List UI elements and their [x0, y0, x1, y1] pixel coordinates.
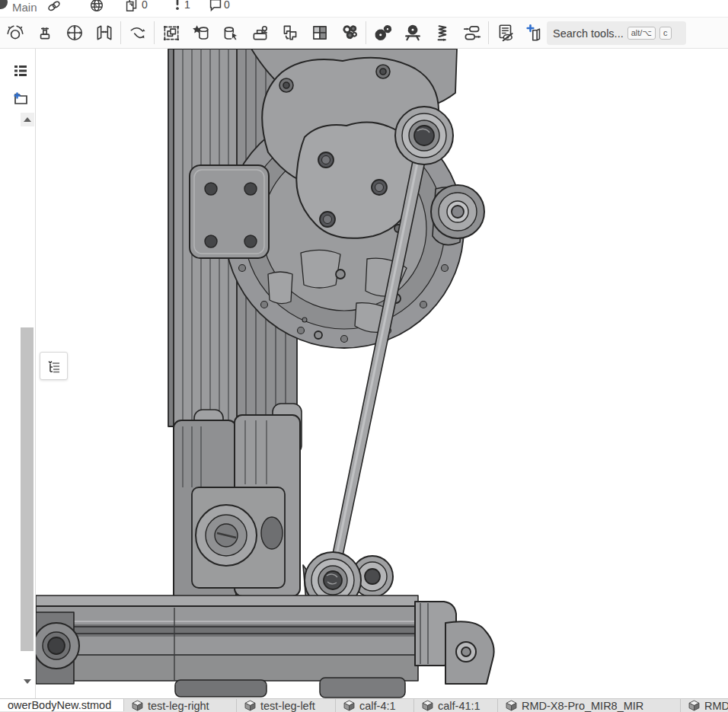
tab-label: test-leg-left	[260, 700, 315, 712]
screw-relation-icon[interactable]	[427, 19, 457, 46]
instances-list-icon	[12, 62, 29, 79]
toolbar-divider	[488, 21, 489, 44]
width-mate-icon[interactable]	[89, 19, 119, 46]
tab-label: RMD-X8-Pro_MIR8_MIR	[704, 700, 728, 712]
part-studio-cube-icon	[688, 700, 700, 711]
document-tab-bar: owerBodyNew.stmod test-leg-right test-le…	[0, 698, 728, 712]
tab-label: calf-41:1	[438, 700, 481, 712]
fix-part-icon[interactable]	[186, 19, 216, 46]
tab-test-leg-right[interactable]: test-leg-right	[124, 699, 237, 712]
group-select-icon[interactable]	[156, 19, 186, 46]
tab-calf-4[interactable]: calf-4:1	[336, 699, 414, 712]
standard-content-icon[interactable]	[245, 19, 275, 46]
part-studio-cube-icon	[506, 700, 517, 711]
slider-mate-icon[interactable]	[30, 19, 59, 46]
add-folder-button[interactable]	[12, 90, 29, 107]
toolbar-divider	[366, 21, 366, 44]
hidden-instances-icon[interactable]	[490, 19, 520, 46]
link-icon[interactable]	[46, 0, 62, 14]
planar-mate-icon[interactable]	[59, 19, 89, 46]
panel-scrollbar[interactable]	[21, 113, 34, 693]
pin-icon[interactable]	[169, 0, 186, 14]
search-tools-placeholder: Search tools...	[553, 27, 624, 40]
onshape-assembly-window: Main 0 1 0	[0, 0, 728, 712]
select-part-icon[interactable]	[216, 19, 245, 46]
gear-cluster-icon[interactable]	[334, 19, 364, 46]
workspace-version-label[interactable]: Main	[12, 1, 37, 14]
scroll-down-button[interactable]	[21, 676, 34, 687]
comments-count: 0	[224, 0, 230, 11]
part-studio-cube-icon	[343, 700, 355, 711]
scroll-thumb[interactable]	[21, 327, 34, 651]
part-studio-cube-icon	[244, 700, 256, 711]
tab-calf-41[interactable]: calf-41:1	[414, 699, 498, 712]
workspace-dot-icon	[0, 0, 8, 9]
feature-list-flyout-icon	[46, 358, 62, 375]
scroll-down-icon	[24, 679, 31, 684]
versions-count: 0	[142, 0, 148, 11]
shortcut-alt-badge: alt/⌥	[627, 27, 656, 40]
rack-pinion-relation-icon[interactable]	[398, 19, 427, 46]
free-drag-icon[interactable]	[123, 19, 152, 46]
model-viewport[interactable]	[36, 49, 728, 698]
linear-relation-icon[interactable]	[457, 19, 487, 46]
tab-label: owerBodyNew.stmod	[8, 699, 111, 711]
gear-relation-icon[interactable]	[368, 19, 398, 46]
pattern-grid-icon[interactable]	[305, 19, 334, 46]
add-part-icon[interactable]	[520, 19, 550, 46]
assembly-toolbar: Search tools... alt/⌥ c	[0, 17, 728, 49]
tab-rmd-x8-pro-2[interactable]: RMD-X8-Pro_MIR8_MIR	[681, 699, 728, 712]
tab-rmd-x8-pro[interactable]: RMD-X8-Pro_MIR8_MIR	[498, 699, 681, 712]
tab-test-leg-left[interactable]: test-leg-left	[237, 699, 336, 712]
tab-label: calf-4:1	[359, 700, 396, 712]
part-studio-cube-icon	[422, 700, 433, 711]
tab-lowerbody[interactable]: owerBodyNew.stmod	[0, 698, 124, 711]
globe-icon[interactable]	[88, 0, 105, 14]
search-tools-box[interactable]: Search tools... alt/⌥ c	[547, 21, 686, 45]
left-panel	[0, 49, 36, 698]
pins-count: 1	[184, 0, 190, 11]
ball-mate-icon[interactable]	[0, 19, 30, 46]
comment-icon[interactable]	[207, 0, 224, 14]
robot-leg-model	[36, 49, 728, 698]
feature-list-flyout-button[interactable]	[40, 352, 68, 380]
add-folder-icon	[12, 90, 29, 107]
replicate-icon[interactable]	[275, 19, 305, 46]
instances-list-button[interactable]	[12, 62, 29, 79]
shortcut-key-badge: c	[659, 27, 672, 40]
scroll-up-button[interactable]	[21, 113, 34, 126]
tab-label: RMD-X8-Pro_MIR8_MIR	[522, 700, 643, 712]
toolbar-divider	[154, 21, 155, 44]
versions-icon[interactable]	[123, 0, 140, 14]
scroll-up-icon	[24, 117, 31, 122]
tab-label: test-leg-right	[148, 700, 209, 712]
part-studio-cube-icon	[132, 700, 143, 711]
document-bar: Main 0 1 0	[0, 0, 728, 17]
toolbar-divider	[120, 21, 121, 44]
